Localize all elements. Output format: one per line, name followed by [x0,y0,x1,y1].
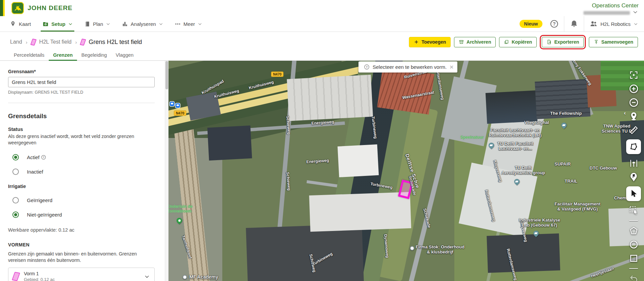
map-label: TRAIL [565,179,577,184]
export-button[interactable]: Exporteren [542,37,584,47]
radio-button[interactable] [12,154,19,160]
copy-label: Kopiëren [512,39,532,45]
more-dots-icon [175,21,181,27]
breadcrumb-row: Land › H2L Test field › Grens H2L test f… [0,32,644,52]
shape-area: Gebied: 0.12 ac [24,277,55,281]
education-poi-marker[interactable] [560,122,568,129]
undo-icon[interactable] [629,274,639,281]
transit-stop-icon[interactable] [176,103,180,108]
radio-label: Geïrrigeerd [27,197,52,203]
draw-polygon-icon[interactable] [629,226,639,236]
radio-label: Inactief [27,169,43,175]
nav-item-kaart[interactable]: Kaart [4,16,37,32]
chevron-down-icon[interactable] [144,274,150,279]
locate-icon[interactable] [629,111,639,121]
help-icon[interactable] [41,155,46,160]
scrollbar-thumb[interactable] [165,61,168,89]
boundary-tool-button[interactable] [626,139,641,154]
tab-vlaggen[interactable]: Vlaggen [111,52,138,60]
zoom-out-icon[interactable] [629,98,639,107]
chevron-down-icon [68,22,73,26]
transit-stop-icon[interactable] [170,102,174,106]
notifications-bell-icon[interactable] [570,19,578,28]
field-shape-icon [30,39,37,46]
route-badge: N470 [174,110,186,116]
nav-item-plan[interactable]: Plan [78,16,116,32]
nieuw-badge[interactable]: Nieuw [520,20,542,28]
tooltip-close-icon[interactable]: × [450,64,453,70]
user-menu-chevron-icon[interactable] [633,9,638,15]
poi-marker[interactable] [410,246,414,250]
map-label: SUPAIR [555,162,571,167]
map-label: Faculteit Luchtvaart- en Ruimtevaarttech… [489,128,541,138]
radio-niet-geirrigeerd[interactable]: Niet-geïrrigeerd [12,212,155,218]
map-label: Schiekade [422,208,431,228]
map-pin-icon [10,21,16,27]
tab-perceeldetails[interactable]: Perceeldetails [9,52,49,60]
satellite-map[interactable]: KruithuispadKruithuiswegKruithuiswegN470… [168,61,644,281]
ruler-icon[interactable] [629,125,639,135]
map-label: Firma Stok: Onderhoud & klusbedrijf [416,245,464,255]
add-label: Toevoegen [421,39,446,45]
boundary-shape-icon [80,39,86,46]
draw-circle-icon[interactable] [629,240,639,249]
nav-label: Kaart [19,21,31,27]
chevron-down-icon [198,22,202,26]
tab-begeleiding[interactable]: Begeleiding [77,52,111,60]
education-poi-marker[interactable] [488,142,495,149]
cursor-tool-button[interactable] [626,186,641,201]
nav-right: Nieuw H2L Robotics [520,16,644,32]
radio-label: Actief [27,154,40,160]
poi-marker[interactable] [183,275,187,279]
boundary-name-input[interactable] [8,77,155,87]
radio-button[interactable] [12,169,19,175]
fullscreen-icon[interactable] [629,70,639,80]
map-label: Facilitair Management & Vastgoed (FMVG) [555,202,601,212]
john-deere-logo[interactable] [11,2,24,14]
panel-scrollbar[interactable] [165,61,168,281]
breadcrumb: Land › H2L Test field › Grens H2L test f… [10,39,142,46]
nav-item-meer[interactable]: Meer [169,16,208,32]
map-label: The Fellowship [550,111,582,116]
merge-icon [594,39,599,45]
brand-wordmark: JOHN DEERE [28,4,73,12]
guidance-lines-icon[interactable] [629,158,639,168]
draw-rectangle-icon[interactable] [629,253,639,263]
zoom-in-icon[interactable] [629,84,639,94]
radio-inactief[interactable]: Inactief [12,169,155,175]
multi-select-icon[interactable] [629,205,639,215]
merge-label: Samenvoegen [601,39,633,45]
setup-folder-icon [42,21,49,27]
breadcrumb-field[interactable]: H2L Test field [39,39,72,45]
map-label: Speelnatuur [460,135,484,140]
content: Grensnaam* Displaynaam: GRENS H2L TEST F… [0,61,644,281]
flag-pin-icon[interactable] [629,172,639,182]
nav-item-analyseren[interactable]: Analyseren [116,16,169,32]
radio-button[interactable] [12,212,19,218]
radio-geirrigeerd[interactable]: Geïrrigeerd [12,197,155,203]
nav-item-setup[interactable]: Setup [37,16,78,32]
map-label: Vliegtuighal [524,120,549,125]
shapes-heading: VORMEN [8,242,155,247]
copy-button[interactable]: Kopiëren [499,37,537,47]
shape-thumbnail-icon [12,272,20,281]
education-poi-marker[interactable] [532,230,540,237]
radio-label: Niet-geïrrigeerd [27,212,62,218]
breadcrumb-land[interactable]: Land [10,39,22,45]
add-button[interactable]: Toevoegen [409,37,451,47]
tab-grenzen[interactable]: Grenzen [49,52,77,60]
education-poi-marker[interactable] [513,178,521,186]
main-nav: Kaart Setup Plan Analyseren Meer Nieuw [0,16,644,32]
merge-button[interactable]: Samenvoegen [589,37,638,47]
map-label: Kruithuisweg [248,80,274,91]
garden-poi-marker[interactable] [176,217,183,225]
irrigation-heading: Irrigatie [8,184,155,189]
map-label: Kruithuisweg [214,89,239,99]
shape-card-vorm-1[interactable]: Vorm 1 Gebied: 0.12 ac [8,268,155,281]
help-icon[interactable] [550,19,559,28]
archive-button[interactable]: Archiveren [454,37,496,47]
radio-button[interactable] [12,197,19,203]
organization-menu[interactable]: H2L Robotics [586,20,644,28]
radio-actief[interactable]: Actief [12,154,155,160]
export-icon [546,39,552,45]
